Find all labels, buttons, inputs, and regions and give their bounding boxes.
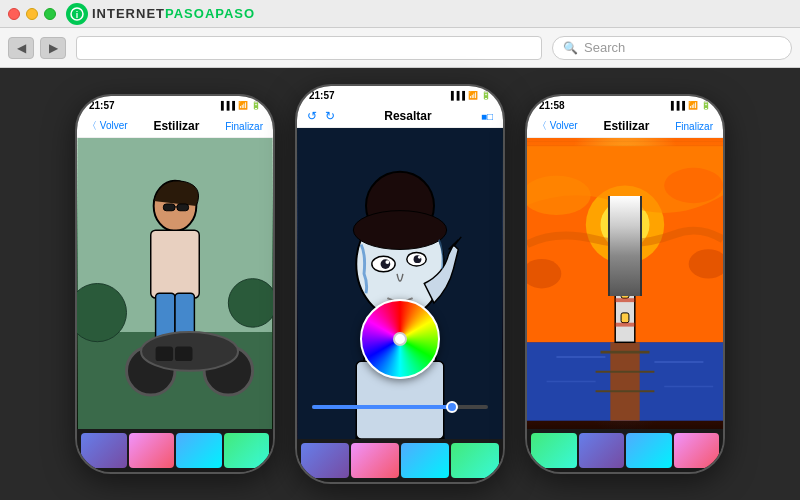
maximize-button[interactable] (44, 8, 56, 20)
logo-text: INTERNETPASOAPASO (92, 6, 255, 21)
logo-icon: i (66, 3, 88, 25)
lighthouse-svg (527, 138, 723, 429)
phone-left: 21:57 ▐▐▐ 📶 🔋 〈 Volver Estilizar Finaliz… (75, 94, 275, 474)
svg-rect-43 (621, 264, 629, 274)
close-button[interactable] (8, 8, 20, 20)
thumb-r4[interactable] (674, 433, 720, 468)
svg-marker-41 (613, 215, 637, 240)
undo-redo-group: ↺ ↻ (307, 109, 335, 123)
color-wheel[interactable] (360, 299, 440, 379)
phone-center-title: Resaltar (384, 109, 431, 123)
phone-left-back[interactable]: 〈 Volver (87, 119, 128, 133)
thumb-r2[interactable] (579, 433, 625, 468)
thumb-4[interactable] (224, 433, 270, 468)
svg-point-15 (228, 279, 273, 328)
woman-moto-image (77, 138, 273, 429)
search-bar[interactable]: 🔍 Search (552, 36, 792, 60)
thumb-r1[interactable] (531, 433, 577, 468)
woman-portrait-svg (297, 128, 503, 439)
thumb-c2[interactable] (351, 443, 399, 478)
phone-center-thumbnails (297, 439, 503, 482)
phone-right-back[interactable]: 〈 Volver (537, 119, 578, 133)
search-icon: 🔍 (563, 41, 578, 55)
phone-left-title: Estilizar (153, 119, 199, 133)
phone-center-status: 21:57 ▐▐▐ 📶 🔋 (297, 86, 503, 105)
phone-center-time: 21:57 (309, 90, 335, 101)
status-icons-center: ▐▐▐ 📶 🔋 (448, 91, 491, 100)
svg-rect-42 (610, 235, 639, 243)
title-bar: i INTERNETPASOAPASO (0, 0, 800, 28)
phone-center-action[interactable]: ■□ (481, 111, 493, 122)
slider-thumb[interactable] (446, 401, 458, 413)
phone-left-action[interactable]: Finalizar (225, 121, 263, 132)
phone-right-time: 21:58 (539, 100, 565, 111)
svg-point-24 (385, 260, 389, 264)
status-icons-left: ▐▐▐ 📶 🔋 (218, 101, 261, 110)
phone-right-status: 21:58 ▐▐▐ 📶 🔋 (527, 96, 723, 115)
color-slider[interactable] (312, 405, 488, 409)
svg-rect-17 (175, 347, 192, 362)
back-button[interactable]: ◀ (8, 37, 34, 59)
svg-rect-39 (615, 244, 635, 342)
main-content: 21:57 ▐▐▐ 📶 🔋 〈 Volver Estilizar Finaliz… (0, 68, 800, 500)
svg-point-27 (418, 256, 421, 259)
svg-rect-11 (163, 204, 175, 211)
toolbar: ◀ ▶ 🔍 Search (0, 28, 800, 68)
phone-right-thumbnails (527, 429, 723, 472)
svg-point-54 (664, 168, 723, 203)
svg-rect-45 (621, 313, 629, 323)
undo-button[interactable]: ↺ (307, 109, 317, 123)
phone-left-thumbnails (77, 429, 273, 472)
thumb-c1[interactable] (301, 443, 349, 478)
svg-rect-47 (615, 298, 635, 302)
svg-rect-46 (615, 274, 635, 278)
svg-rect-12 (177, 204, 189, 211)
thumb-3[interactable] (176, 433, 222, 468)
search-placeholder: Search (584, 40, 625, 55)
svg-text:i: i (76, 10, 79, 20)
svg-rect-48 (615, 323, 635, 327)
logo: i INTERNETPASOAPASO (66, 3, 255, 25)
thumb-c3[interactable] (401, 443, 449, 478)
phone-right: 21:58 ▐▐▐ 📶 🔋 〈 Volver Estilizar Finaliz… (525, 94, 725, 474)
phone-left-nav: 〈 Volver Estilizar Finalizar (77, 115, 273, 138)
phone-center-image (297, 128, 503, 439)
phone-center: 21:57 ▐▐▐ 📶 🔋 ↺ ↻ Resaltar ■□ (295, 84, 505, 484)
svg-rect-44 (621, 288, 629, 298)
phone-right-action[interactable]: Finalizar (675, 121, 713, 132)
forward-button[interactable]: ▶ (40, 37, 66, 59)
thumb-r3[interactable] (626, 433, 672, 468)
svg-point-21 (353, 211, 446, 250)
thumb-c4[interactable] (451, 443, 499, 478)
address-bar[interactable] (76, 36, 542, 60)
traffic-lights (8, 8, 56, 20)
woman-moto-svg (77, 138, 273, 429)
phone-right-nav: 〈 Volver Estilizar Finalizar (527, 115, 723, 138)
phone-left-image (77, 138, 273, 429)
thumb-2[interactable] (129, 433, 175, 468)
phone-left-time: 21:57 (89, 100, 115, 111)
status-icons-right: ▐▐▐ 📶 🔋 (668, 101, 711, 110)
redo-button[interactable]: ↻ (325, 109, 335, 123)
phone-right-title: Estilizar (603, 119, 649, 133)
svg-rect-16 (156, 347, 173, 362)
svg-rect-40 (613, 239, 637, 251)
svg-point-23 (381, 259, 391, 269)
minimize-button[interactable] (26, 8, 38, 20)
phone-center-nav: ↺ ↻ Resaltar ■□ (297, 105, 503, 128)
woman-portrait-image (297, 128, 503, 439)
lighthouse-image (527, 138, 723, 429)
slider-fill (312, 405, 453, 409)
phone-left-status: 21:57 ▐▐▐ 📶 🔋 (77, 96, 273, 115)
thumb-1[interactable] (81, 433, 127, 468)
svg-rect-5 (151, 230, 200, 298)
svg-rect-35 (610, 342, 639, 420)
phone-right-image (527, 138, 723, 429)
